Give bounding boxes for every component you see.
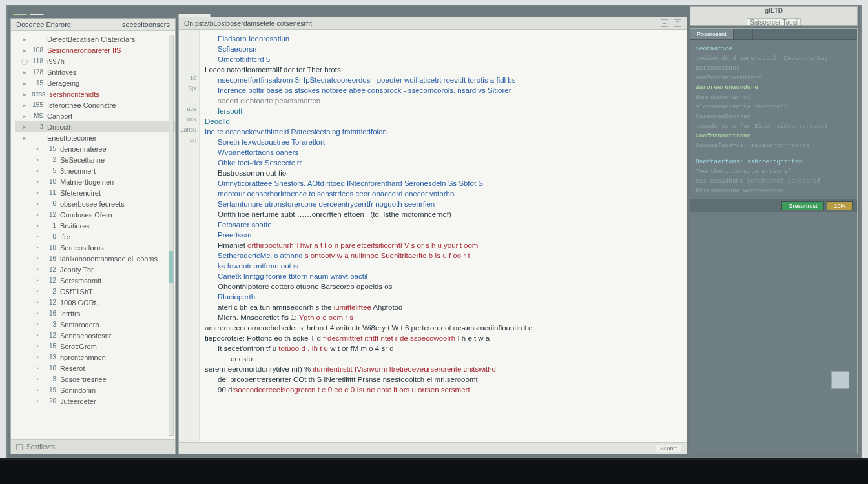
tree-item-id: 5	[45, 167, 56, 174]
footer-icon[interactable]	[16, 444, 23, 450]
code-line: amtremtecocorneochobedet si hrtho t 4 wr…	[205, 323, 681, 333]
expand-icon: •	[34, 332, 41, 339]
tree-item[interactable]: ▸128Sntitoves	[15, 66, 175, 77]
tree-item-id: 15	[32, 79, 43, 86]
tree-item-label: Matrnerttogeinen	[60, 178, 114, 186]
editor-max-icon[interactable]: □	[674, 19, 681, 27]
code-line: Deoolld	[205, 116, 681, 126]
code-line: eecsto	[205, 354, 681, 364]
output-log[interactable]: ieoraaticetodiontdord somerettol, Deceno…	[690, 40, 857, 199]
output-tab-1[interactable]: Pooerossnt	[690, 29, 734, 39]
log-line: Teertherittonsitone.tiorsf	[696, 166, 852, 176]
expand-icon: ▸	[21, 36, 28, 43]
tree-item[interactable]: •6obserbosee fecreets	[15, 198, 175, 209]
tree-item[interactable]: •18Serecostforns	[15, 242, 175, 253]
tree-item-label: Juteeroeter	[60, 398, 96, 405]
expand-icon: ▸	[21, 124, 28, 130]
file-tree: ▸DefectBecatisen Claterolars▸108Sesronne…	[11, 31, 175, 439]
tree-item[interactable]: ◯118i997h	[15, 55, 175, 66]
tree-scrollbar[interactable]	[169, 35, 174, 436]
tree-item[interactable]: •20Juteeroeter	[15, 396, 175, 407]
tree-item[interactable]: •2SeSecettanne	[15, 154, 175, 165]
tree-item[interactable]: ▸155Isterorthee Cononstre	[15, 99, 175, 110]
tree-item-label: sershnontenidts	[49, 90, 99, 98]
code-line: Ohoonthipbtore eottero otuone Barscorcb …	[205, 281, 681, 292]
code-line: Canetk Inntgg fconre tbtorn naum wravt o…	[205, 271, 681, 281]
tree-item[interactable]: •11Sfeterenoiret	[15, 187, 175, 198]
tree-item[interactable]: •3Sosoertresnee	[15, 374, 175, 385]
tree-item[interactable]: •12Joonty Thr	[15, 264, 175, 275]
tree-item-label: Onnduses Ofern	[60, 211, 112, 219]
tree-item-id: 15	[45, 343, 56, 350]
tree-item-id: 6	[45, 200, 56, 207]
expand-icon: •	[34, 387, 41, 394]
code-line: Omnyticoratteee Snestors. AOtd ritoeg IN…	[205, 178, 681, 188]
expand-icon: •	[34, 310, 41, 317]
expand-icon: ▸	[21, 113, 28, 119]
log-line: Hamrnoooerworet	[696, 92, 852, 102]
expand-icon: •	[34, 212, 41, 218]
tree-item[interactable]: •12Sennsenostesnr	[15, 330, 175, 341]
status-green-pill[interactable]: Sresortrost	[781, 201, 824, 210]
tree-item[interactable]: •1Brvitiores	[15, 220, 175, 231]
tree-item-label: O5fT1ShT	[60, 288, 93, 296]
output-tab-2[interactable]	[734, 29, 753, 39]
tree-item[interactable]: ▸108Sesronneronoarefer IIS	[15, 45, 175, 55]
code-area[interactable]: Elsdsorn IoenrosatiunScfiaeoorsmOmcrotti…	[200, 30, 687, 442]
output-thumbnail[interactable]	[831, 371, 849, 389]
tree-item-id: 2	[45, 288, 56, 295]
search-id: gtLTD	[765, 7, 783, 14]
tree-item[interactable]: ▸Enesttoteconier	[15, 132, 175, 143]
code-line: serermeeromortdonrytilve mf) % iturntent…	[205, 364, 681, 374]
tree-item-id: 0	[45, 233, 56, 240]
tree-item[interactable]: •12Serssmsomtt	[15, 275, 175, 286]
code-line: Iersoott	[205, 106, 681, 116]
expand-icon: ◯	[21, 58, 28, 65]
tree-item[interactable]: •19Sonindonin	[15, 385, 175, 396]
tree-item[interactable]: ▸MSCanport	[15, 110, 175, 121]
code-line: seeort clebtoorte peaotsmorten	[205, 96, 681, 106]
status-gold-pill[interactable]: 10tK	[827, 201, 853, 210]
tree-item[interactable]: ▸DefectBecatisen Claterolars	[15, 34, 175, 45]
footer-label: Sestflevrs	[26, 443, 55, 450]
tree-item[interactable]: •3Snntnrodern	[15, 319, 175, 330]
tree-item[interactable]: •121008 GORt.	[15, 297, 175, 308]
tree-item[interactable]: •0Ifre	[15, 231, 175, 242]
code-editor[interactable]: 10SpluceuckLancuLn Elsdsorn Ioenrosatiun…	[179, 30, 687, 442]
tree-item-label: DefectBecatisen Claterolars	[47, 35, 135, 43]
expand-icon: ▸	[21, 47, 28, 54]
output-tab-3[interactable]	[753, 29, 772, 39]
log-line: CoosoeTooefol: sipeoertorreette	[696, 141, 852, 150]
editor-min-icon[interactable]: –	[661, 19, 668, 27]
search-input[interactable]: Satsosrcer Taosi	[747, 18, 801, 26]
tree-item-label: 3thecmnert	[60, 167, 96, 175]
log-line: Rtresneroone wentsecenoe	[696, 186, 852, 196]
tree-item-id: 3	[32, 123, 43, 130]
tree-item[interactable]: •13nprentenmnen	[15, 352, 175, 363]
status-pill[interactable]: Sconrt	[656, 445, 681, 452]
tree-item[interactable]: •16Ietrttrs	[15, 308, 175, 319]
expand-icon: •	[34, 398, 41, 405]
tree-item[interactable]: •10Matrnerttogeinen	[15, 176, 175, 187]
tree-item[interactable]: •16lanlkononentnamsee ell cooms	[15, 253, 175, 264]
tree-item[interactable]: •10Reserot	[15, 363, 175, 374]
expand-icon: •	[34, 179, 41, 185]
line-gutter: 10SpluceuckLancuLn	[179, 30, 200, 442]
code-line: montour oenserborirtoence to senstrdeos …	[205, 188, 681, 199]
code-line: de: prcooentrersenrter COt th S INeretli…	[205, 374, 681, 385]
tree-item[interactable]: •53thecmnert	[15, 165, 175, 176]
tree-item-id: 10	[45, 365, 56, 372]
expand-icon: •	[34, 256, 41, 262]
tree-item[interactable]: •15Sorot:Grom	[15, 341, 175, 352]
tree-item[interactable]: •15denoenrateree	[15, 143, 175, 154]
left-tab-2[interactable]	[30, 14, 44, 15]
explorer-title-a: Docence Ensrorq	[16, 21, 71, 28]
tree-item[interactable]: •2O5fT1ShT	[15, 286, 175, 297]
expand-icon: •	[34, 234, 41, 240]
code-line: Preertssm	[205, 230, 681, 240]
tree-item[interactable]: ▸15Berageing	[15, 77, 175, 88]
tree-item[interactable]: •12Onnduses Ofern	[15, 209, 175, 220]
left-tab-1[interactable]	[13, 14, 27, 15]
tree-item[interactable]: ▸nesssershnontenidts	[15, 88, 175, 99]
tree-item[interactable]: ▸3Dnticcth	[15, 121, 175, 132]
